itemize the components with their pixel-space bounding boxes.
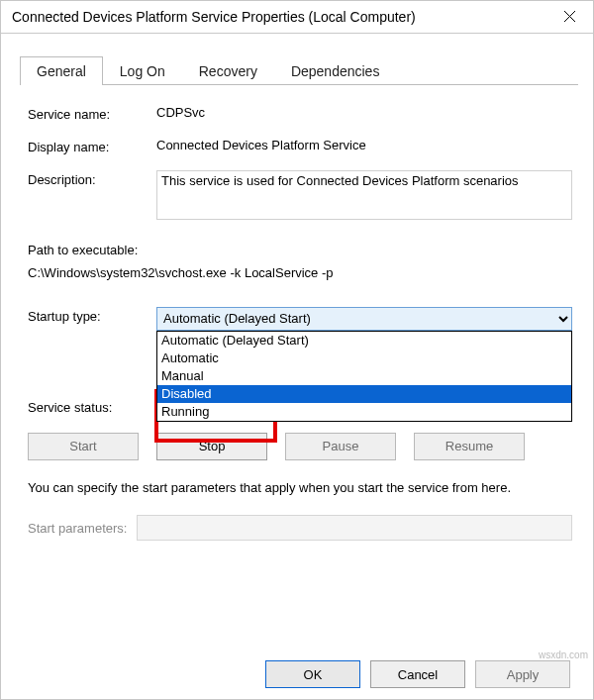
label-path: Path to executable: [28,239,572,261]
value-display-name: Connected Devices Platform Service [156,138,572,152]
startup-option-automatic-delayed[interactable]: Automatic (Delayed Start) [157,332,571,350]
label-startup-type: Startup type: [28,307,156,324]
tab-dependencies[interactable]: Dependencies [274,56,397,85]
resume-button: Resume [414,433,525,460]
titlebar: Connected Devices Platform Service Prope… [0,0,594,34]
tab-general[interactable]: General [20,56,103,85]
tab-panel-general: Service name: CDPSvc Display name: Conne… [0,85,594,550]
stop-button[interactable]: Stop [156,433,267,460]
start-button: Start [28,433,139,460]
label-service-name: Service name: [28,105,156,122]
ok-button[interactable]: OK [265,660,360,688]
startup-type-dropdown: Automatic (Delayed Start) Automatic Manu… [156,331,572,422]
window-title: Connected Devices Platform Service Prope… [12,9,416,25]
label-service-status: Service status: [28,398,156,415]
tabbar: General Log On Recovery Dependencies [20,55,578,85]
startup-option-manual[interactable]: Manual [157,367,571,385]
pause-button: Pause [285,433,396,460]
dialog-buttons: OK Cancel Apply [0,660,594,688]
description-textarea[interactable]: This service is used for Connected Devic… [156,170,572,220]
start-params-instruction: You can specify the start parameters tha… [28,478,572,498]
startup-option-bg-running: Running [157,403,571,421]
label-display-name: Display name: [28,138,156,154]
label-start-parameters: Start parameters: [28,521,127,536]
start-parameters-input [137,515,572,541]
cancel-button[interactable]: Cancel [370,660,465,688]
tab-recovery[interactable]: Recovery [182,56,274,85]
startup-type-select[interactable]: Automatic (Delayed Start) [156,307,572,331]
label-description: Description: [28,170,156,187]
apply-button: Apply [475,660,570,688]
tab-log-on[interactable]: Log On [103,56,182,85]
value-service-name: CDPSvc [156,105,572,120]
startup-option-automatic[interactable]: Automatic [157,350,571,367]
watermark: wsxdn.com [539,650,588,660]
close-icon[interactable] [546,0,592,33]
startup-option-disabled[interactable]: Disabled [157,385,571,403]
value-path: C:\Windows\system32\svchost.exe -k Local… [28,261,572,284]
